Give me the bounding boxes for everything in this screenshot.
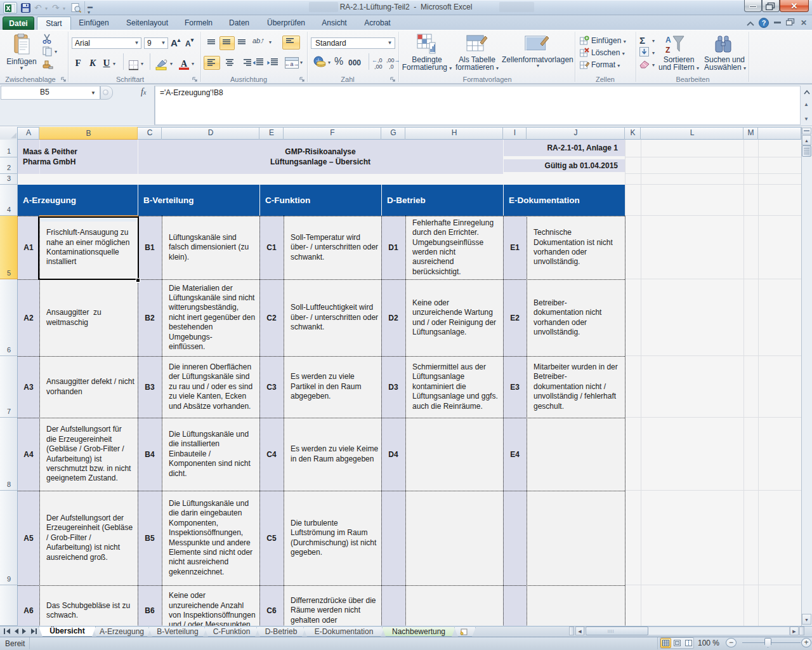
svg-text:A: A — [181, 59, 188, 69]
svg-text:?: ? — [762, 19, 766, 27]
svg-text:←a→: ←a→ — [285, 61, 299, 67]
svg-text:A: A — [665, 36, 671, 44]
svg-text:Z: Z — [665, 46, 670, 54]
